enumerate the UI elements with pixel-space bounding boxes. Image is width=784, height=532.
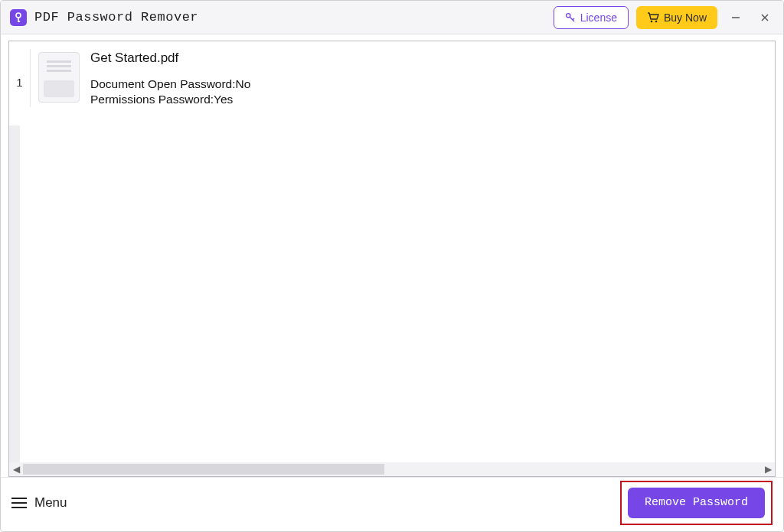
permissions-password-line: Permissions Password:Yes [90, 92, 250, 107]
file-name: Get Started.pdf [90, 51, 250, 66]
menu-button[interactable]: Menu [11, 495, 67, 511]
scroll-left-arrow-icon[interactable]: ◀ [9, 464, 23, 475]
svg-point-7 [655, 20, 658, 22]
doc-open-password-label: Document Open Password: [90, 77, 236, 90]
bottom-bar: Menu Remove Password [1, 477, 783, 527]
scroll-thumb[interactable] [23, 464, 384, 475]
key-icon [14, 12, 23, 23]
row-gutter [9, 126, 20, 462]
file-list: 1 Get Started.pdf Document Open Password… [8, 41, 776, 477]
svg-point-6 [651, 20, 653, 22]
cart-icon [647, 12, 659, 23]
license-button[interactable]: License [554, 6, 629, 29]
file-meta: Get Started.pdf Document Open Password:N… [90, 49, 250, 107]
minimize-icon [731, 13, 740, 22]
svg-line-5 [573, 18, 574, 20]
file-row[interactable]: 1 Get Started.pdf Document Open Password… [9, 41, 775, 115]
key-icon [565, 12, 576, 23]
hamburger-icon [11, 502, 27, 504]
doc-open-password-line: Document Open Password:No [90, 77, 250, 92]
scroll-right-arrow-icon[interactable]: ▶ [761, 464, 775, 475]
remove-password-button[interactable]: Remove Password [628, 488, 765, 518]
titlebar: PDF Password Remover License Buy Now [1, 1, 783, 34]
row-index: 1 [9, 49, 31, 107]
buy-now-label: Buy Now [664, 11, 707, 24]
scroll-track[interactable] [23, 464, 761, 475]
doc-open-password-value: No [236, 77, 251, 90]
svg-rect-2 [18, 21, 20, 22]
remove-password-highlight: Remove Password [620, 481, 773, 525]
permissions-password-value: Yes [214, 93, 233, 106]
horizontal-scrollbar[interactable]: ◀ ▶ [9, 462, 775, 476]
app-title: PDF Password Remover [34, 10, 198, 24]
app-logo [10, 9, 27, 26]
permissions-password-label: Permissions Password: [90, 93, 214, 106]
minimize-button[interactable] [725, 6, 746, 29]
menu-label: Menu [34, 495, 67, 511]
pdf-file-icon [38, 52, 80, 103]
buy-now-button[interactable]: Buy Now [636, 6, 717, 29]
license-label: License [580, 11, 617, 24]
close-icon [760, 13, 769, 22]
close-button[interactable] [754, 6, 776, 29]
